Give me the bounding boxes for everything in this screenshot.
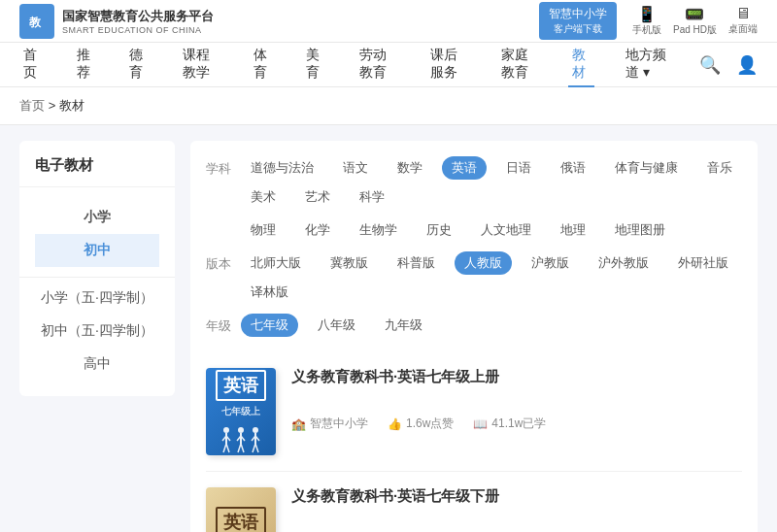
book-views-label-1: 41.1w已学 [491, 416, 546, 432]
filter-row-version: 版本 北师大版 冀教版 科普版 人教版 沪教版 沪外教版 外研社版 译林版 [206, 251, 742, 304]
breadcrumb-current: 教材 [59, 98, 84, 113]
svg-point-2 [223, 427, 229, 433]
sidebar-title: 电子教材 [19, 156, 175, 187]
book-source-1: 🏫 智慧中小学 [291, 416, 368, 432]
book-item-1[interactable]: 英语 七年级上 [206, 352, 742, 472]
filter-tag-ren-jiao[interactable]: 人教版 [455, 251, 512, 275]
nav-course[interactable]: 课程教学 [179, 43, 222, 87]
filter-row-subject-1: 学科 道德与法治 语文 数学 英语 日语 俄语 体育与健康 音乐 美术 艺术 科… [206, 156, 742, 209]
book-likes-1: 👍 1.6w点赞 [388, 416, 454, 432]
book-info-2: 义务教育教科书·英语七年级下册 🏫 智慧中小学 👍 1.1w点赞 📖 19 [291, 487, 742, 532]
filter-tag-english[interactable]: 英语 [442, 156, 487, 180]
book-list: 英语 七年级上 [206, 352, 742, 532]
sidebar: 电子教材 小学 初中 小学（五·四学制） 初中（五·四学制） 高中 [19, 141, 175, 396]
nav-pe[interactable]: 体育 [250, 43, 276, 87]
search-icon[interactable]: 🔍 [699, 54, 721, 76]
filter-tag-shanghai[interactable]: 沪教版 [522, 251, 579, 275]
user-icon[interactable]: 👤 [736, 54, 758, 76]
book-label-2: 英语 [216, 507, 266, 532]
svg-line-7 [226, 444, 229, 452]
filter-tag-yilin[interactable]: 译林版 [241, 281, 298, 304]
filter-tag-hebei[interactable]: 冀教版 [321, 251, 378, 275]
filter-tag-japanese[interactable]: 日语 [496, 156, 541, 180]
book-info-1: 义务教育教科书·英语七年级上册 🏫 智慧中小学 👍 1.6w点赞 📖 41 [291, 368, 742, 432]
filter-tag-physics[interactable]: 物理 [241, 218, 286, 242]
book-item-2[interactable]: 英语 七年级下 义务教育教科书·英语七年级下册 🏫 智慧中小学 👍 1.1w点赞 [206, 472, 742, 532]
svg-line-12 [238, 444, 241, 452]
client-download-button[interactable]: 智慧中小学 客户端下载 [539, 2, 617, 40]
nav-textbook[interactable]: 教材 [568, 43, 594, 87]
filter-tag-foreign-research[interactable]: 外研社版 [668, 251, 738, 275]
pad-label: Pad HD版 [673, 23, 717, 37]
filter-label-subject: 学科 [206, 156, 241, 178]
book-cover-inner-2: 英语 七年级下 [210, 501, 272, 532]
breadcrumb-home[interactable]: 首页 [19, 98, 45, 113]
nav-labor[interactable]: 劳动教育 [355, 43, 399, 87]
device-pad[interactable]: 📟 Pad HD版 [673, 5, 717, 37]
filter-tag-art[interactable]: 艺术 [295, 185, 340, 209]
filter-tag-beijing-normal[interactable]: 北师大版 [241, 251, 311, 275]
filter-tag-math[interactable]: 数学 [388, 156, 432, 180]
filter-tags-grade: 七年级 八年级 九年级 [241, 314, 432, 337]
filter-tag-shanghai-foreign[interactable]: 沪外教版 [589, 251, 659, 275]
filter-label-version: 版本 [206, 251, 241, 273]
svg-line-6 [223, 444, 226, 452]
filter-tag-chinese[interactable]: 语文 [333, 156, 378, 180]
filter-tag-popular-science[interactable]: 科普版 [388, 251, 445, 275]
filter-tag-fine-art[interactable]: 美术 [241, 185, 286, 209]
filter-tag-chemistry[interactable]: 化学 [295, 218, 340, 242]
filter-tag-human-geography[interactable]: 人文地理 [471, 218, 541, 242]
phone-label: 手机版 [632, 23, 661, 37]
logo-icon: 教 [19, 4, 54, 39]
book-meta-1: 🏫 智慧中小学 👍 1.6w点赞 📖 41.1w已学 [291, 416, 742, 432]
sidebar-item-middle[interactable]: 初中 [35, 234, 159, 267]
svg-point-14 [253, 427, 258, 433]
nav-afterschool[interactable]: 课后服务 [426, 43, 470, 87]
nav-right: 🔍 👤 [699, 54, 758, 76]
filter-row-subject-2: 物理 化学 生物学 历史 人文地理 地理 地理图册 [206, 218, 742, 242]
device-phone[interactable]: 📱 手机版 [632, 5, 661, 37]
sidebar-item-primary-5[interactable]: 小学（五·四学制） [19, 282, 175, 315]
filter-tag-geography-atlas[interactable]: 地理图册 [605, 218, 675, 242]
main-nav: 首页 推荐 德育 课程教学 体育 美育 劳动教育 课后服务 家庭教育 教材 地方… [0, 43, 777, 87]
desktop-icon: 🖥 [735, 5, 751, 22]
logo-area: 教 国家智慧教育公共服务平台 SMART EDUCATION OF CHINA [19, 4, 214, 39]
sidebar-item-middle-5[interactable]: 初中（五·四学制） [19, 315, 175, 348]
nav-art[interactable]: 美育 [302, 43, 328, 87]
filter-label-grade: 年级 [206, 314, 241, 335]
logo-en: SMART EDUCATION OF CHINA [62, 25, 214, 35]
nav-moral[interactable]: 德育 [125, 43, 152, 87]
book-cover-inner-1: 英语 七年级上 [210, 368, 272, 455]
book-views-1: 📖 41.1w已学 [473, 416, 546, 432]
main-content: 电子教材 小学 初中 小学（五·四学制） 初中（五·四学制） 高中 学科 道德与… [0, 125, 777, 532]
filter-tag-science[interactable]: 科学 [350, 185, 394, 209]
divider-1 [19, 277, 175, 278]
book-title-1: 义务教育教科书·英语七年级上册 [291, 368, 742, 386]
filter-tag-russian[interactable]: 俄语 [551, 156, 595, 180]
sidebar-item-primary[interactable]: 小学 [35, 201, 159, 234]
filter-tag-history[interactable]: 历史 [417, 218, 461, 242]
filter-tags-version: 北师大版 冀教版 科普版 人教版 沪教版 沪外教版 外研社版 译林版 [241, 251, 742, 304]
filter-tag-moral-education[interactable]: 道德与法治 [241, 156, 323, 180]
filter-area: 学科 道德与法治 语文 数学 英语 日语 俄语 体育与健康 音乐 美术 艺术 科… [190, 141, 758, 532]
filter-tag-music[interactable]: 音乐 [697, 156, 742, 180]
filter-tag-grade-8[interactable]: 八年级 [308, 314, 365, 337]
svg-point-8 [238, 427, 244, 433]
nav-local[interactable]: 地方频道 ▾ [622, 43, 672, 87]
device-desktop[interactable]: 🖥 桌面端 [728, 5, 758, 37]
book-label-1: 英语 [216, 370, 266, 401]
filter-tag-geography[interactable]: 地理 [551, 218, 595, 242]
client-download-label: 智慧中小学 [549, 6, 607, 22]
nav-home[interactable]: 首页 [19, 43, 46, 87]
filter-tag-biology[interactable]: 生物学 [350, 218, 407, 242]
building-icon-1: 🏫 [291, 417, 306, 431]
nav-recommend[interactable]: 推荐 [73, 43, 99, 87]
book-cover-2: 英语 七年级下 [206, 487, 276, 532]
sidebar-item-high[interactable]: 高中 [19, 348, 175, 381]
filter-label-empty [206, 218, 241, 222]
book-likes-label-1: 1.6w点赞 [406, 416, 454, 432]
filter-tag-grade-9[interactable]: 九年级 [375, 314, 432, 337]
nav-family[interactable]: 家庭教育 [497, 43, 541, 87]
filter-tag-grade-7[interactable]: 七年级 [241, 314, 298, 337]
filter-tag-pe-health[interactable]: 体育与健康 [605, 156, 688, 180]
